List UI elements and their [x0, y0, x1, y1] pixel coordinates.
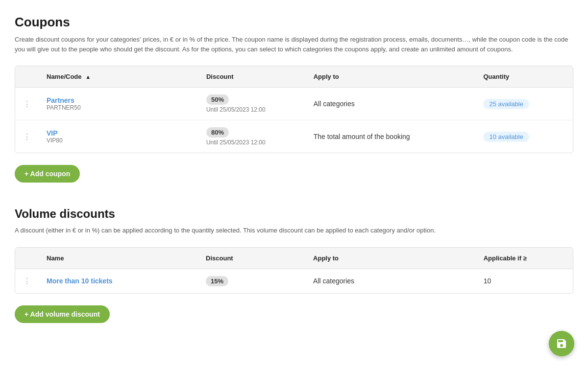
coupons-col-name[interactable]: Name/Code ▲ — [39, 66, 198, 88]
coupons-col-discount: Discount — [198, 66, 306, 88]
volume-discounts-table: Name Discount Apply to Applicable if ≥ ⋮… — [15, 248, 573, 293]
drag-handle-icon[interactable]: ⋮ — [23, 100, 31, 108]
coupon-apply-cell: The total amount of the booking — [306, 120, 476, 153]
coupons-col-quantity: Quantity — [475, 66, 573, 88]
coupon-apply-cell: All categories — [306, 88, 476, 120]
discount-badge: 80% — [206, 127, 229, 138]
drag-handle-icon[interactable]: ⋮ — [23, 133, 31, 141]
add-coupon-button[interactable]: + Add coupon — [15, 165, 80, 183]
coupon-name-cell: Partners PARTNER50 — [39, 88, 198, 120]
vol-name-link[interactable]: More than 10 tickets — [47, 277, 190, 285]
table-row: ⋮ Partners PARTNER50 50% Until 25/05/202… — [15, 88, 573, 120]
vol-col-discount: Discount — [198, 248, 305, 269]
coupon-apply-to: All categories — [314, 100, 355, 108]
coupon-code: VIP80 — [47, 137, 191, 144]
coupons-description: Create discount coupons for your categor… — [15, 35, 573, 54]
coupons-table: Name/Code ▲ Discount Apply to Quantity ⋮… — [15, 66, 573, 153]
vol-discount-cell: 15% — [198, 269, 305, 293]
coupon-code: PARTNER50 — [47, 104, 191, 111]
coupons-col-apply: Apply to — [306, 66, 476, 88]
coupon-discount-cell: 50% Until 25/05/2023 12:00 — [198, 88, 306, 120]
discount-badge: 50% — [206, 94, 229, 105]
drag-handle-cell: ⋮ — [15, 88, 39, 120]
discount-until: Until 25/05/2023 12:00 — [206, 106, 298, 113]
volume-discounts-title: Volume discounts — [15, 207, 573, 221]
vol-drag-col-header — [15, 248, 39, 269]
coupon-apply-to: The total amount of the booking — [314, 133, 410, 140]
quantity-badge: 25 available — [483, 99, 529, 109]
vol-col-applicable: Applicable if ≥ — [476, 248, 573, 269]
vol-apply-to: All categories — [313, 277, 354, 285]
save-icon — [556, 338, 567, 349]
quantity-badge: 10 available — [483, 132, 529, 142]
volume-discounts-table-container: Name Discount Apply to Applicable if ≥ ⋮… — [15, 247, 573, 294]
vol-applicable-value: 10 — [484, 277, 491, 285]
coupon-quantity-cell: 10 available — [475, 120, 573, 153]
coupons-table-container: Name/Code ▲ Discount Apply to Quantity ⋮… — [15, 66, 573, 153]
coupon-name-link[interactable]: VIP — [47, 129, 191, 137]
table-row: ⋮ VIP VIP80 80% Until 25/05/2023 12:00 T… — [15, 120, 573, 153]
coupons-drag-col-header — [15, 66, 39, 88]
drag-handle-icon[interactable]: ⋮ — [23, 277, 31, 285]
coupon-name-cell: VIP VIP80 — [39, 120, 198, 153]
coupon-name-link[interactable]: Partners — [47, 96, 191, 104]
discount-until: Until 25/05/2023 12:00 — [206, 139, 298, 146]
coupon-discount-cell: 80% Until 25/05/2023 12:00 — [198, 120, 306, 153]
vol-col-name: Name — [39, 248, 198, 269]
sort-arrow-icon: ▲ — [85, 74, 91, 80]
table-row: ⋮ More than 10 tickets 15% All categorie… — [15, 269, 573, 293]
vol-apply-cell: All categories — [305, 269, 476, 293]
coupon-quantity-cell: 25 available — [475, 88, 573, 120]
save-fab-button[interactable] — [549, 331, 574, 356]
vol-name-cell: More than 10 tickets — [39, 269, 198, 293]
vol-col-apply: Apply to — [305, 248, 476, 269]
vol-applicable-cell: 10 — [476, 269, 573, 293]
vol-discount-badge: 15% — [206, 276, 228, 286]
coupons-title: Coupons — [15, 15, 573, 30]
volume-discounts-description: A discount (either in € or in %) can be … — [15, 226, 573, 235]
add-volume-discount-button[interactable]: + Add volume discount — [15, 305, 110, 323]
drag-handle-cell: ⋮ — [15, 269, 39, 293]
drag-handle-cell: ⋮ — [15, 120, 39, 153]
